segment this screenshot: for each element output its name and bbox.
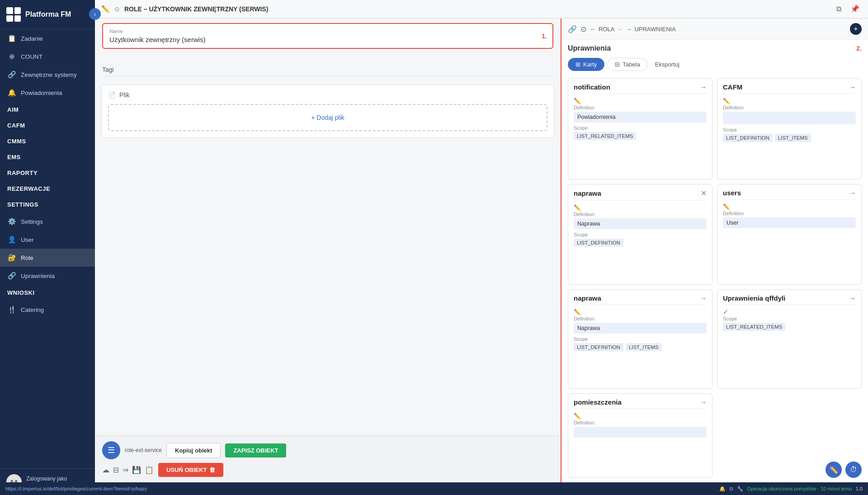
- edit-icon: ✏️: [101, 5, 110, 13]
- delete-btn-label: USUŃ OBIEKT: [166, 467, 207, 473]
- catering-icon: 🍴: [7, 306, 16, 314]
- sidebar-item-uprawnienia[interactable]: 🔗 Uprawnienia: [0, 267, 95, 285]
- card-header: pomieszczenia →: [574, 398, 707, 406]
- card-title: naprawa: [574, 294, 601, 302]
- edit-pencil-icon[interactable]: ✏️: [574, 204, 581, 211]
- sidebar-item-label: Role: [21, 255, 33, 261]
- scope-label: Scope: [574, 232, 707, 237]
- breadcrumb: ← ROLA ← → UPRAWNIENIA: [590, 26, 846, 33]
- definition-label: Definition: [574, 105, 707, 110]
- delete-object-button[interactable]: USUŃ OBIEKT 🗑: [158, 463, 223, 477]
- toolbar-row-1: ☰ role-ext-service Kopiuj obiekt ZAPISZ …: [102, 441, 553, 459]
- sidebar-section-aim: AIM: [0, 102, 95, 118]
- sidebar-toggle-button[interactable]: ‹: [89, 8, 101, 20]
- tab-karty[interactable]: ⊞ Karty: [568, 58, 604, 71]
- definition-label: Definition: [574, 212, 707, 217]
- task-icon: 📋: [7, 34, 16, 42]
- sidebar-section-label: REZERWACJE: [7, 185, 50, 192]
- sidebar-item-role[interactable]: 🔐 Role: [0, 249, 95, 267]
- edit-pencil-icon[interactable]: ✏️: [574, 98, 581, 104]
- file-panel-header: 📄 Plik: [108, 91, 547, 99]
- name-field-value[interactable]: Użytkownik zewnętrzny (serwis): [109, 36, 546, 43]
- save-object-button[interactable]: ZAPISZ OBIEKT: [225, 443, 286, 457]
- edit-pencil-icon[interactable]: ✏️: [723, 203, 730, 210]
- name-field-label: Name: [109, 28, 546, 34]
- card-navigate-icon[interactable]: →: [849, 83, 856, 91]
- menu-fab-button[interactable]: ☰: [102, 441, 120, 459]
- panel-clock-fab-button[interactable]: ⏱: [845, 462, 862, 478]
- scope-tags: LIST_DEFINITION: [574, 239, 707, 247]
- content-area: Name Użytkownik zewnętrzny (serwis) 1. T…: [95, 19, 868, 482]
- card-navigate-icon[interactable]: →: [700, 398, 707, 406]
- sidebar-item-zadanie[interactable]: 📋 Zadanie: [0, 29, 95, 47]
- panel-edit-fab-button[interactable]: ✏️: [826, 462, 842, 478]
- perm-card-cafm: CAFM → ✏️ Definition Scope LIST_DEFINITI…: [717, 78, 862, 179]
- file-icon-button[interactable]: 📋: [145, 466, 154, 474]
- card-title: CAFM: [723, 83, 742, 91]
- permissions-title: Uprawnienia: [568, 44, 853, 52]
- card-navigate-icon[interactable]: →: [700, 83, 707, 91]
- sidebar-item-label: Zadanie: [21, 35, 43, 42]
- card-header: users →: [723, 189, 856, 197]
- edit-pencil-icon[interactable]: ✏️: [723, 98, 730, 104]
- back-arrow-icon[interactable]: ←: [590, 26, 596, 33]
- edit-pencil-icon[interactable]: ✏️: [574, 413, 581, 420]
- scope-tag: LIST_RELATED_ITEMS: [574, 132, 636, 140]
- sidebar-item-label: Catering: [21, 306, 44, 313]
- sidebar-item-zewnetrzne[interactable]: 🔗 Zewnętrzne systemy: [0, 66, 95, 84]
- edit-pencil-icon[interactable]: ✏️: [574, 309, 581, 316]
- sidebar-section-settings: SETTINGS: [0, 197, 95, 212]
- status-success-msg: Operacja ukończona pomyślnie · 10 minut …: [747, 486, 852, 491]
- name-field-wrapper: Name Użytkownik zewnętrzny (serwis) 1.: [102, 23, 553, 49]
- sidebar-section-label: RAPORTY: [7, 170, 38, 176]
- permissions-field-number: 2.: [856, 45, 862, 52]
- definition-label: Definition: [723, 105, 856, 110]
- sidebar-item-settings[interactable]: ⚙️ Settings: [0, 212, 95, 231]
- field-number: 1.: [542, 33, 547, 40]
- share-icon-button[interactable]: ⇒: [123, 466, 128, 474]
- export-button[interactable]: Eksportuj: [651, 58, 684, 71]
- sidebar-item-powiadomienia[interactable]: 🔔 Powiadomienia: [0, 84, 95, 102]
- role-icon: 🔐: [7, 254, 16, 262]
- table-tab-icon: ⊟: [615, 61, 620, 68]
- status-icon-3: 🔧: [737, 486, 743, 492]
- tab-tabela[interactable]: ⊟ Tabela: [607, 58, 647, 71]
- status-version: 1.0: [856, 486, 863, 491]
- sidebar-item-label: Uprawnienia: [21, 273, 55, 279]
- pin-button[interactable]: 📌: [848, 4, 862, 14]
- definition-value: User: [723, 217, 856, 228]
- sidebar-item-catering[interactable]: 🍴 Catering: [0, 301, 95, 319]
- sidebar-section-raporty: RAPORTY: [0, 165, 95, 181]
- definition-value: Naprawa: [574, 323, 707, 334]
- gear-icon: ⚙️: [7, 217, 16, 226]
- scope-tag: LIST_DEFINITION: [574, 239, 623, 247]
- sidebar-section-ems: EMS: [0, 149, 95, 165]
- copy-object-button[interactable]: Kopiuj obiekt: [166, 443, 221, 458]
- status-icons: 🔔 ⊙ 🔧 Operacja ukończona pomyślnie · 10 …: [719, 486, 863, 492]
- link-icon: 🔗: [568, 25, 577, 33]
- link-icon: 🔗: [7, 71, 16, 79]
- bell-icon: 🔔: [7, 89, 16, 97]
- add-file-button[interactable]: + Dodaj plik: [108, 104, 547, 131]
- card-navigate-icon[interactable]: →: [700, 294, 707, 302]
- scope-tag: LIST_RELATED_ITEMS: [723, 323, 785, 331]
- card-navigate-icon[interactable]: →: [849, 189, 856, 197]
- sidebar-item-count[interactable]: ⊕ COUNT: [0, 47, 95, 66]
- definition-value: [723, 112, 856, 124]
- card-close-button[interactable]: ✕: [701, 189, 707, 198]
- card-navigate-icon[interactable]: →: [849, 294, 856, 302]
- role-title: ROLE – UŻYTKOWNIK ZEWNĘTRZNY (SERWIS): [124, 5, 830, 13]
- bottom-toolbar: ☰ role-ext-service Kopiuj obiekt ZAPISZ …: [95, 435, 561, 482]
- perm-card-pomieszczenia: pomieszczenia → ✏️ Definition: [568, 393, 712, 478]
- sidebar-section-label: SETTINGS: [7, 201, 38, 208]
- cloud-icon-button[interactable]: ☁: [102, 466, 109, 474]
- definition-value: Powiadomienia: [574, 112, 707, 123]
- definition-value: Naprawa: [574, 218, 707, 229]
- sidebar-item-user[interactable]: 👤 User: [0, 231, 95, 249]
- table-icon-button[interactable]: ⊟: [113, 466, 119, 474]
- card-header: naprawa ✕: [574, 189, 707, 198]
- panel-add-button[interactable]: +: [850, 23, 862, 35]
- save-icon-button[interactable]: 💾: [132, 466, 141, 474]
- copy-window-button[interactable]: ⧉: [834, 4, 844, 14]
- sidebar-section-label: EMS: [7, 154, 21, 160]
